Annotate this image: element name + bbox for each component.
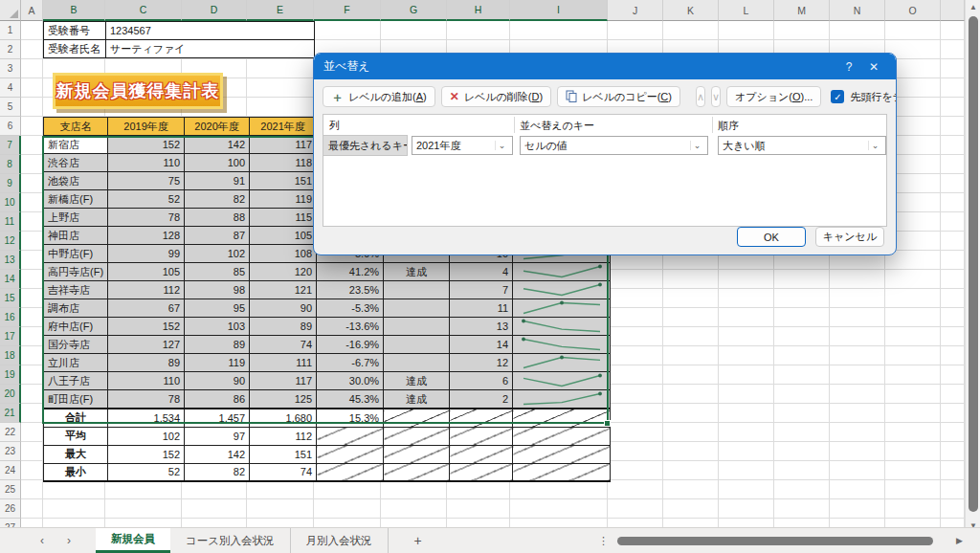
column-header-J[interactable]: J: [608, 0, 663, 21]
value-2020-cell[interactable]: 88: [185, 209, 250, 227]
value-2020-cell[interactable]: 103: [185, 318, 250, 336]
column-header-I[interactable]: I: [510, 0, 608, 21]
order-dropdown[interactable]: 大きい順 ⌄: [718, 136, 886, 155]
row-header-13[interactable]: 13: [0, 251, 21, 270]
value-2021-cell[interactable]: 118: [250, 154, 317, 172]
store-name-cell[interactable]: 新宿店: [44, 136, 108, 154]
achieved-cell[interactable]: 達成: [384, 390, 450, 409]
summary-label-cell[interactable]: 最大: [44, 445, 108, 463]
value-2019-cell[interactable]: 127: [108, 336, 185, 354]
move-down-button[interactable]: ∨: [711, 86, 721, 107]
value-2019-cell[interactable]: 78: [108, 209, 185, 227]
achieved-cell[interactable]: [384, 354, 450, 372]
hatched-cell[interactable]: [384, 445, 450, 463]
checkbox-checked-icon[interactable]: ✓: [831, 90, 844, 103]
row-header-22[interactable]: 22: [0, 423, 21, 442]
row-header-5[interactable]: 5: [0, 98, 21, 117]
table-header-cell[interactable]: 2021年度: [250, 118, 317, 136]
growth-pct-cell[interactable]: -16.9%: [317, 336, 384, 354]
growth-pct-cell[interactable]: 23.5%: [317, 281, 384, 299]
next-sheet-icon[interactable]: ›: [56, 528, 82, 553]
examinee-name-value[interactable]: サーティファイ: [106, 40, 315, 58]
row-header-4[interactable]: 4: [0, 78, 21, 98]
store-name-cell[interactable]: 新橋店(F): [44, 190, 108, 209]
row-header-12[interactable]: 12: [0, 232, 21, 251]
row-header-27[interactable]: 27: [0, 519, 21, 527]
row-header-11[interactable]: 11: [0, 212, 21, 232]
value-2020-cell[interactable]: 102: [185, 245, 250, 263]
row-header-9[interactable]: 9: [0, 174, 21, 193]
row-header-19[interactable]: 19: [0, 365, 21, 385]
value-2019-cell[interactable]: 52: [108, 190, 185, 209]
summary-2020-cell[interactable]: 142: [185, 445, 250, 463]
store-name-cell[interactable]: 神田店: [44, 227, 108, 245]
value-2021-cell[interactable]: 111: [250, 354, 317, 372]
store-name-cell[interactable]: 吉祥寺店: [44, 281, 108, 299]
value-2021-cell[interactable]: 117: [250, 136, 317, 154]
summary-pct-cell[interactable]: [317, 463, 384, 481]
summary-2019-cell[interactable]: 102: [108, 427, 185, 445]
value-2021-cell[interactable]: 117: [250, 372, 317, 390]
sortkey-dropdown[interactable]: セルの値 ⌄: [520, 136, 708, 155]
rank-cell[interactable]: 7: [450, 281, 513, 299]
sparkline-cell[interactable]: [513, 336, 611, 354]
value-2021-cell[interactable]: 74: [250, 336, 317, 354]
growth-pct-cell[interactable]: -5.3%: [317, 299, 384, 318]
value-2021-cell[interactable]: 115: [250, 209, 317, 227]
table-header-cell[interactable]: 支店名: [44, 118, 108, 136]
row-header-21[interactable]: 21: [0, 404, 21, 423]
store-name-cell[interactable]: 渋谷店: [44, 154, 108, 172]
help-button[interactable]: ?: [836, 60, 861, 74]
options-button[interactable]: オプション(O)...: [726, 86, 821, 107]
value-2020-cell[interactable]: 90: [185, 372, 250, 390]
row-header-18[interactable]: 18: [0, 346, 21, 365]
chevron-down-icon[interactable]: ⌄: [495, 141, 508, 150]
tab-splitter-icon[interactable]: ⋮: [598, 535, 610, 547]
row-header-23[interactable]: 23: [0, 442, 21, 461]
sheet-tab-月別入会状況[interactable]: 月別入会状況: [291, 528, 389, 553]
summary-pct-cell[interactable]: [317, 427, 384, 445]
summary-2019-cell[interactable]: 152: [108, 445, 185, 463]
value-2019-cell[interactable]: 99: [108, 245, 185, 263]
value-2020-cell[interactable]: 91: [185, 172, 250, 190]
column-header-O[interactable]: O: [885, 0, 941, 21]
growth-pct-cell[interactable]: 30.0%: [317, 372, 384, 390]
value-2021-cell[interactable]: 121: [250, 281, 317, 299]
store-name-cell[interactable]: 調布店: [44, 299, 108, 318]
value-2019-cell[interactable]: 105: [108, 263, 185, 281]
scroll-right-icon[interactable]: ▶: [956, 536, 963, 545]
prev-sheet-icon[interactable]: ‹: [29, 528, 56, 553]
store-name-cell[interactable]: 高円寺店(F): [44, 263, 108, 281]
value-2021-cell[interactable]: 151: [250, 172, 317, 190]
achieved-cell[interactable]: [384, 336, 450, 354]
value-2020-cell[interactable]: 82: [185, 190, 250, 209]
summary-2019-cell[interactable]: 1,534: [108, 409, 185, 427]
row-header-6[interactable]: 6: [0, 117, 21, 136]
growth-pct-cell[interactable]: -6.7%: [317, 354, 384, 372]
summary-2021-cell[interactable]: 1,680: [250, 409, 317, 427]
vertical-scrollbar[interactable]: ▲ ▼: [965, 0, 980, 532]
value-2019-cell[interactable]: 78: [108, 390, 185, 409]
store-name-cell[interactable]: 中野店(F): [44, 245, 108, 263]
hatched-cell[interactable]: [384, 427, 450, 445]
hatched-cell[interactable]: [450, 445, 513, 463]
column-header-B[interactable]: B: [43, 0, 105, 21]
column-header-partial[interactable]: [941, 0, 965, 21]
store-name-cell[interactable]: 国分寺店: [44, 336, 108, 354]
growth-pct-cell[interactable]: -13.6%: [317, 318, 384, 336]
row-header-1[interactable]: 1: [0, 21, 21, 40]
sparkline-cell[interactable]: [513, 281, 611, 299]
chevron-down-icon[interactable]: ⌄: [868, 141, 881, 150]
column-header-D[interactable]: D: [182, 0, 247, 21]
select-all-corner[interactable]: [0, 0, 21, 21]
sparkline-cell[interactable]: [513, 263, 611, 281]
hatched-cell[interactable]: [450, 463, 513, 481]
value-2020-cell[interactable]: 119: [185, 354, 250, 372]
table-header-cell[interactable]: 2020年度: [185, 118, 250, 136]
row-header-15[interactable]: 15: [0, 289, 21, 308]
row-header-10[interactable]: 10: [0, 193, 21, 212]
store-name-cell[interactable]: 立川店: [44, 354, 108, 372]
value-2021-cell[interactable]: 120: [250, 263, 317, 281]
cancel-button[interactable]: キャンセル: [815, 227, 884, 247]
column-header-C[interactable]: C: [105, 0, 182, 21]
